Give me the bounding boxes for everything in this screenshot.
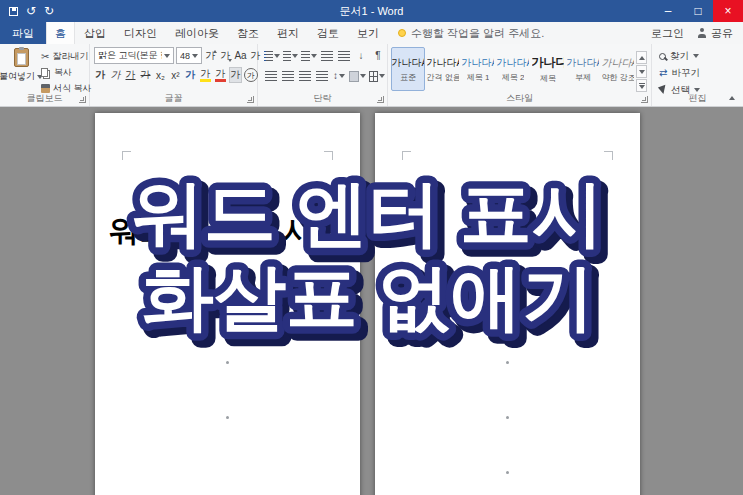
document-page-1[interactable]: 워드 엔터 표시 [95,113,360,495]
tab-insert[interactable]: 삽입 [75,22,115,44]
justify-button[interactable] [315,68,329,84]
style-name: 제목 [540,73,556,84]
shrink-font-button[interactable]: 가 [219,48,232,64]
paragraph-mark-dot [226,361,229,364]
share-label: 공유 [711,26,733,41]
align-left-button[interactable] [264,68,278,84]
maximize-button[interactable]: □ [683,0,713,22]
subscript-button[interactable]: x₂ [154,67,167,83]
font-name-value: 맑은 고딕(본문 한글) [98,49,162,62]
style-heading-2[interactable]: 가나다AaE 제목 2 [496,47,530,91]
paste-button[interactable]: 붙여넣기 [5,48,37,96]
underline-button[interactable]: 가 [124,67,137,83]
tab-view[interactable]: 보기 [348,22,388,44]
tab-home[interactable]: 홈 [46,22,75,44]
strikethrough-button[interactable]: 가 [139,67,152,83]
copy-label: 복사 [54,66,72,79]
align-center-button[interactable] [281,68,295,84]
change-case-button[interactable]: Aa [234,48,247,64]
undo-icon[interactable]: ↺ [26,1,36,21]
style-heading-1[interactable]: 가나다AaE 제목 1 [461,47,495,91]
style-subtle-emphasis[interactable]: 가나다AaE 약한 강조 [601,47,635,91]
tell-me-box[interactable]: 수행할 작업을 알려 주세요. [388,22,554,44]
italic-button[interactable]: 가 [109,67,122,83]
share-button[interactable]: 공유 [697,26,733,41]
paragraph-group-label: 단락 [258,92,387,105]
sort-button[interactable]: ↓ [354,48,368,64]
word-window: ↺ ↻ 문서1 - Word – □ × 파일 홈 삽입 디자인 레이아웃 참조… [0,0,743,495]
font-dialog-launcher-icon[interactable] [247,96,254,103]
style-preview: 가나다AaE [427,56,460,70]
bold-button[interactable]: 가 [94,67,107,83]
tab-mailings[interactable]: 편지 [268,22,308,44]
decrease-indent-button[interactable] [320,48,334,64]
style-normal[interactable]: 가나다AaE 표준 [391,47,425,91]
style-name: 표준 [400,72,416,83]
paragraph-mark-dot [226,416,229,419]
minimize-button[interactable]: – [653,0,683,22]
font-color-button[interactable]: 가 [214,67,227,83]
shading-button[interactable] [349,68,366,84]
clipboard-group: 붙여넣기 ✂ 잘라내기 복사 서식 복사 [0,44,90,106]
tab-layout[interactable]: 레이아웃 [166,22,228,44]
copy-icon [41,68,48,77]
chevron-up-icon [729,96,735,100]
borders-button[interactable] [369,68,386,84]
character-shading-button[interactable]: 가 [229,67,242,83]
styles-gallery-scroll [636,47,647,92]
copy-button[interactable]: 복사 [41,65,92,80]
paragraph-dialog-launcher-icon[interactable] [377,96,384,103]
text-effects-button[interactable]: 가 [184,67,197,83]
pilcrow-icon: ¶ [375,51,380,61]
document-page-2[interactable] [375,113,640,495]
sign-in-button[interactable]: 로그인 [651,26,684,41]
borders-icon [369,71,379,82]
styles-scroll-down-button[interactable] [636,65,647,78]
grow-font-button[interactable]: 가 [204,48,217,64]
numbering-button[interactable] [283,48,299,64]
font-size-combo[interactable]: 48 [176,47,202,64]
find-button[interactable]: 찾기 [659,49,743,63]
margin-crop-mark-icon [324,151,333,160]
tab-design[interactable]: 디자인 [115,22,166,44]
cut-button[interactable]: ✂ 잘라내기 [41,49,92,64]
increase-indent-button[interactable] [337,48,351,64]
font-size-value: 48 [180,51,190,61]
replace-button[interactable]: ⇄ 바꾸기 [659,66,743,80]
save-icon[interactable] [9,7,18,16]
style-name: 제목 1 [467,72,490,83]
style-title[interactable]: 가나다 제목 [531,47,565,91]
line-spacing-button[interactable]: ↕ [332,68,346,84]
bullets-button[interactable] [264,48,280,64]
redo-icon[interactable]: ↻ [44,1,54,21]
font-group: 맑은 고딕(본문 한글) 48 가 가 Aa 가 가 가 가 가 x₂ x² [90,44,258,106]
font-name-combo[interactable]: 맑은 고딕(본문 한글) [94,47,174,64]
chevron-down-icon [164,54,170,58]
ribbon: 붙여넣기 ✂ 잘라내기 복사 서식 복사 [0,44,743,107]
window-title: 문서1 - Word [0,4,743,19]
close-button[interactable]: × [713,0,743,22]
paste-label: 붙여넣기 [0,70,35,83]
chevron-down-icon [379,74,385,78]
enclose-characters-button[interactable]: 가 [244,68,258,82]
align-right-button[interactable] [298,68,312,84]
styles-scroll-up-button[interactable] [636,51,647,64]
collapse-ribbon-button[interactable] [725,92,739,103]
tab-file[interactable]: 파일 [0,22,46,44]
highlight-color-button[interactable]: 가 [199,67,212,83]
style-no-spacing[interactable]: 가나다AaE 간격 없음 [426,47,460,91]
clipboard-dialog-launcher-icon[interactable] [79,96,86,103]
styles-more-button[interactable] [636,79,647,92]
show-paragraph-marks-button[interactable]: ¶ [371,48,385,64]
style-name: 약한 강조 [602,72,635,83]
styles-dialog-launcher-icon[interactable] [641,96,648,103]
style-subtitle[interactable]: 가나다A 부제 [566,47,600,91]
tab-references[interactable]: 참조 [228,22,268,44]
ribbon-tab-row: 파일 홈 삽입 디자인 레이아웃 참조 편지 검토 보기 수행할 작업을 알려 … [0,22,743,44]
person-icon [697,28,707,38]
superscript-button[interactable]: x² [169,67,182,83]
multilevel-list-button[interactable] [301,48,317,64]
tab-review[interactable]: 검토 [308,22,348,44]
paragraph-mark-dot [506,361,509,364]
quick-access-toolbar: ↺ ↻ [0,0,63,22]
